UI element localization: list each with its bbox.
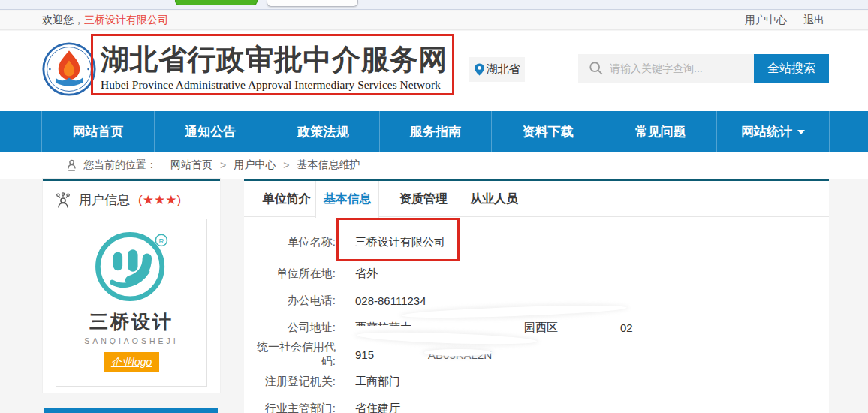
breadcrumb-person-icon	[66, 159, 77, 172]
field-value: 工商部门	[355, 375, 400, 389]
welcome-message: 欢迎您， 三桥设计有限公司	[42, 14, 168, 27]
form-row-unit-name: 单位名称: 三桥设计有限公司	[244, 234, 445, 250]
field-label: 单位所在地:	[244, 267, 336, 281]
address-fragment: 02	[620, 321, 633, 334]
field-label: 统一社会信用代码:	[244, 340, 336, 369]
site-title-block: 湖北省行政审批中介服务网 Hubei Province Administrati…	[101, 44, 448, 92]
user-rating-icon	[54, 191, 72, 209]
registered-trademark-icon: R	[158, 237, 164, 245]
nav-item-policies[interactable]: 政策法规	[267, 111, 379, 152]
field-value-redacted: 西藏拉萨大 园西区 02	[355, 321, 633, 335]
page: 欢迎您， 三桥设计有限公司 用户中心 退出 湖北省行政审批中介服务网 Hubei…	[0, 0, 868, 413]
redacted-text-fragment: 西藏拉萨大	[355, 321, 411, 335]
form-row-location: 单位所在地: 省外	[244, 265, 378, 282]
breadcrumb: 您当前的位置： 网站首页 > 用户中心 > 基本信息维护	[0, 152, 868, 179]
welcome-bar: 欢迎您， 三桥设计有限公司 用户中心 退出	[0, 11, 868, 30]
sidebar-menu-item-partial[interactable]	[44, 408, 218, 413]
enterprise-logo-button[interactable]: 企业logo	[104, 352, 159, 372]
nav-item-notices[interactable]: 通知公告	[154, 111, 267, 152]
content-area: 用户信息 (★★★) R 三桥设计 SANQIAOSHEJI	[0, 179, 868, 413]
site-header: 湖北省行政审批中介服务网 Hubei Province Administrati…	[0, 31, 868, 111]
tab-unit-profile[interactable]: 单位简介	[258, 181, 315, 217]
cutoff-green-button	[175, 0, 258, 5]
field-label: 办公电话:	[244, 294, 336, 308]
dropdown-caret-icon	[797, 130, 805, 134]
nav-item-faq[interactable]: 常见问题	[604, 111, 716, 152]
tab-bar: 单位简介 基本信息 资质管理 从业人员	[244, 181, 829, 217]
breadcrumb-home[interactable]: 网站首页	[170, 158, 212, 172]
field-value: 028-86111234	[355, 294, 426, 307]
field-label: 单位名称:	[244, 235, 336, 249]
search-button[interactable]: 全站搜索	[754, 54, 829, 83]
company-logo-image: R	[89, 225, 173, 309]
site-logo-icon	[41, 41, 97, 97]
form-row-supervising-department: 行业主管部门: 省住建厅	[244, 400, 400, 413]
basic-info-panel: 单位简介 基本信息 资质管理 从业人员 单位名称: 三桥设计有限公司 单位所在地…	[244, 179, 829, 413]
field-value: 三桥设计有限公司	[355, 235, 445, 249]
breadcrumb-separator: >	[220, 159, 226, 171]
breadcrumb-prefix: 您当前的位置：	[83, 158, 157, 172]
welcome-company-name: 三桥设计有限公司	[84, 14, 168, 27]
sidebar-title: 用户信息	[79, 191, 130, 209]
breadcrumb-user-center[interactable]: 用户中心	[234, 158, 276, 172]
code-prefix: 915	[355, 348, 374, 361]
search-input[interactable]	[578, 54, 754, 83]
nav-item-downloads[interactable]: 资料下载	[491, 111, 604, 152]
field-label: 公司地址:	[244, 321, 336, 335]
code-suffix: AB03RAL2N	[428, 348, 492, 361]
field-label: 注册登记机关:	[244, 375, 336, 389]
company-logo-text: 三桥设计	[89, 309, 173, 334]
sidebar-header: 用户信息 (★★★)	[43, 181, 220, 219]
field-label: 行业主管部门:	[244, 402, 336, 413]
welcome-prefix: 欢迎您，	[42, 14, 84, 27]
user-center-link[interactable]: 用户中心	[745, 14, 787, 27]
address-fragment: 园西区	[524, 321, 558, 335]
company-logo-frame: R 三桥设计 SANQIAOSHEJI 企业logo	[56, 219, 207, 387]
main-nav: 网站首页 通知公告 政策法规 服务指南 资料下载 常见问题 网站统计	[0, 111, 868, 152]
form-row-registration-authority: 注册登记机关: 工商部门	[244, 373, 400, 390]
location-selector[interactable]: 湖北省	[469, 57, 525, 82]
form-row-credit-code: 统一社会信用代码: 915 AB03RAL2N	[244, 346, 492, 363]
field-value: 省外	[355, 267, 378, 281]
location-pin-icon	[475, 63, 484, 76]
breadcrumb-separator: >	[283, 159, 289, 171]
user-info-sidebar: 用户信息 (★★★) R 三桥设计 SANQIAOSHEJI	[43, 179, 220, 393]
tab-basic-info[interactable]: 基本信息	[315, 181, 379, 218]
breadcrumb-basic-info[interactable]: 基本信息维护	[297, 158, 360, 172]
field-value-redacted: 915 AB03RAL2N	[355, 348, 492, 361]
tab-personnel[interactable]: 从业人员	[460, 181, 528, 217]
site-subtitle: Hubei Province Administrative Approval I…	[101, 78, 448, 92]
logout-link[interactable]: 退出	[803, 14, 824, 27]
location-label: 湖北省	[487, 62, 520, 77]
form-row-phone: 办公电话: 028-86111234	[244, 292, 426, 309]
company-logo-subtext: SANQIAOSHEJI	[84, 336, 179, 345]
nav-item-site-stats[interactable]: 网站统计	[716, 111, 830, 152]
site-title: 湖北省行政审批中介服务网	[101, 44, 448, 77]
form-row-address: 公司地址: 西藏拉萨大 园西区 02	[244, 319, 633, 336]
nav-item-home[interactable]: 网站首页	[41, 111, 154, 152]
sidebar-rating-stars: (★★★)	[138, 192, 181, 208]
cutoff-gray-tab	[267, 0, 358, 7]
clipped-top-strip	[0, 0, 868, 10]
tab-qualification[interactable]: 资质管理	[390, 181, 457, 217]
nav-item-service-guide[interactable]: 服务指南	[379, 111, 492, 152]
field-value: 省住建厅	[355, 402, 400, 413]
redaction-smudge	[402, 303, 627, 320]
